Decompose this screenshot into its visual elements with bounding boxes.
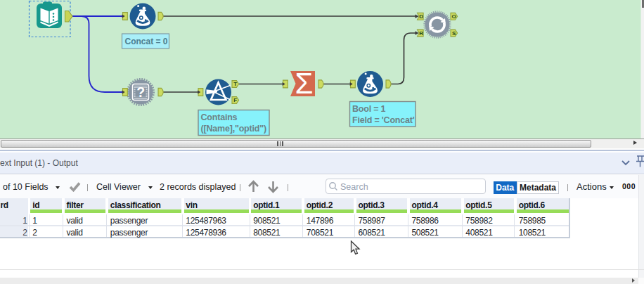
svg-text:F: F	[233, 97, 237, 103]
svg-text:R: R	[419, 30, 423, 37]
svg-text:O: O	[451, 13, 456, 20]
svg-text:?: ?	[136, 84, 145, 100]
svg-text:([Name],"optid"): ([Name],"optid")	[201, 124, 266, 134]
svg-text:Concat = 0: Concat = 0	[125, 37, 168, 46]
svg-text:D: D	[419, 13, 423, 20]
svg-text:Field = 'Concat': Field = 'Concat'	[352, 115, 415, 125]
svg-text:Contains: Contains	[201, 112, 238, 122]
svg-text:Bool = 1: Bool = 1	[352, 104, 386, 114]
svg-text:T: T	[233, 81, 237, 87]
svg-text:Σ: Σ	[295, 67, 314, 100]
svg-text:S: S	[452, 30, 456, 37]
